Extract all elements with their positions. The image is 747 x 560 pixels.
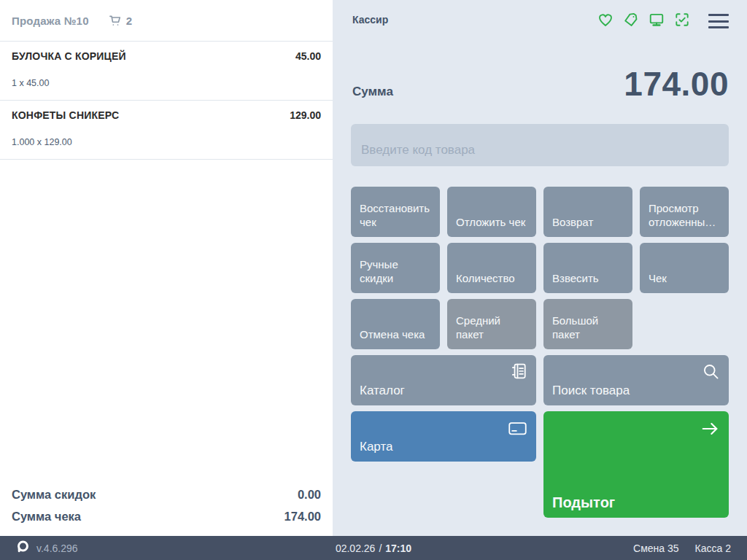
status-right: Смена 35 Касса 2	[411, 542, 731, 554]
sum-label: Сумма	[352, 85, 393, 99]
receipt-item[interactable]: КОНФЕТЫ СНИКЕРС 129.00 1.000 x 129.00	[0, 101, 333, 160]
receipt-total-row: Сумма чека 174.00	[12, 505, 321, 527]
tag-icon[interactable]	[623, 12, 639, 31]
credit-card-icon	[508, 419, 527, 441]
medium-bag-button[interactable]: Средний пакет	[447, 299, 536, 349]
cart-indicator: 2	[108, 14, 132, 28]
sum-value: 174.00	[624, 64, 729, 104]
item-price: 129.00	[290, 109, 321, 121]
big-bag-button[interactable]: Большой пакет	[543, 299, 632, 349]
item-name: КОНФЕТЫ СНИКЕРС	[12, 109, 119, 121]
actions-panel: Кассир	[333, 0, 747, 536]
register-label: Касса 2	[695, 542, 731, 554]
status-separator: /	[379, 542, 382, 554]
card-button-label: Карта	[360, 440, 393, 454]
item-detail: 1 x 45.00	[12, 78, 321, 88]
sale-header: Продажа №10 2	[0, 0, 333, 42]
discount-sum-row: Сумма скидок 0.00	[12, 483, 321, 505]
product-search-button-label: Поиск товара	[552, 384, 630, 397]
top-icon-bar	[597, 12, 729, 31]
subtotal-button[interactable]: Подытог	[543, 411, 729, 518]
manual-discounts-button[interactable]: Ручные скидки	[351, 243, 440, 293]
status-bar: v.4.6.296 02.02.26 / 17:10 Смена 35 Касс…	[0, 536, 747, 560]
card-button[interactable]: Карта	[351, 411, 536, 462]
app-version: v.4.6.296	[36, 542, 78, 554]
defer-receipt-button[interactable]: Отложить чек	[447, 187, 536, 237]
receipt-total-label: Сумма чека	[12, 510, 81, 524]
receipt-button[interactable]: Чек	[640, 243, 729, 293]
search-icon	[702, 362, 720, 384]
shift-label: Смена 35	[633, 542, 679, 554]
status-date: 02.02.26	[336, 542, 376, 554]
weigh-button[interactable]: Взвесить	[543, 243, 632, 293]
receipt-total-value: 174.00	[285, 510, 321, 524]
action-button-grid: Просмотр отложенны… Восстановить чек Отл…	[351, 187, 729, 518]
item-price: 45.00	[295, 50, 321, 62]
view-deferred-button[interactable]: Просмотр отложенны…	[640, 187, 729, 237]
catalog-button-label: Каталог	[360, 384, 405, 397]
restore-receipt-button[interactable]: Восстановить чек	[351, 187, 440, 237]
catalog-icon	[510, 362, 527, 383]
receipt-panel: Продажа №10 2 БУЛОЧКА С КОРИЦЕЙ 45.00 1 …	[0, 0, 333, 536]
sale-title: Продажа №10	[12, 15, 89, 27]
status-datetime: 02.02.26 / 17:10	[336, 542, 411, 554]
discount-sum-value: 0.00	[298, 488, 321, 502]
product-code-input[interactable]	[351, 124, 729, 166]
receipt-summary: Сумма скидок 0.00 Сумма чека 174.00	[12, 483, 321, 527]
cart-icon	[108, 14, 122, 28]
item-name: БУЛОЧКА С КОРИЦЕЙ	[12, 50, 126, 62]
heart-icon[interactable]	[597, 12, 614, 31]
cashier-label: Кассир	[352, 12, 388, 26]
scan-check-icon[interactable]	[674, 12, 690, 31]
refund-button[interactable]: Возврат	[543, 187, 632, 237]
app-logo-icon	[16, 540, 30, 556]
receipt-item[interactable]: БУЛОЧКА С КОРИЦЕЙ 45.00 1 x 45.00	[0, 42, 333, 101]
subtotal-button-label: Подытог	[552, 496, 615, 510]
catalog-button[interactable]: Каталог	[351, 355, 536, 405]
display-icon[interactable]	[649, 12, 665, 31]
pos-app: Продажа №10 2 БУЛОЧКА С КОРИЦЕЙ 45.00 1 …	[0, 0, 747, 560]
product-search-button[interactable]: Поиск товара	[543, 355, 729, 405]
discount-sum-label: Сумма скидок	[12, 488, 96, 502]
item-detail: 1.000 x 129.00	[12, 137, 321, 147]
quantity-button[interactable]: Количество	[447, 243, 536, 293]
cancel-receipt-button[interactable]: Отмена чека	[351, 299, 440, 349]
status-left: v.4.6.296	[16, 540, 336, 556]
cart-count: 2	[126, 15, 132, 27]
status-time: 17:10	[385, 542, 411, 554]
sum-row: Сумма 174.00	[352, 64, 729, 104]
arrow-right-icon	[700, 419, 720, 441]
menu-icon[interactable]	[708, 14, 729, 28]
